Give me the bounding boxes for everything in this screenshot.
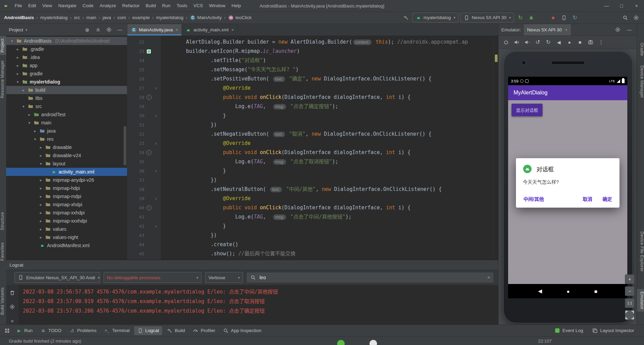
close-tab-icon[interactable]: × xyxy=(231,27,234,32)
stripe-favorites[interactable]: Favorites xyxy=(0,240,6,263)
tree-item-values[interactable]: ▸values xyxy=(6,225,127,233)
tree-right-arrow-icon[interactable]: ▸ xyxy=(15,47,20,51)
stripe-project[interactable]: Project xyxy=(0,36,6,55)
tree-item-drawable-v24[interactable]: ▸drawable-v24 xyxy=(6,151,127,160)
code-line-22[interactable]: 22 AlertDialog.Builder builder = new Ale… xyxy=(127,38,498,47)
tree-item-mipmap-xxxhdpi[interactable]: ▸mipmap-xxxhdpi xyxy=(6,217,127,225)
tree-item-drawable[interactable]: ▸drawable xyxy=(6,143,127,151)
code-line-28[interactable]: 28↑ public void onClick(DialogInterface … xyxy=(127,93,498,102)
rerun-icon[interactable]: ↻ xyxy=(516,13,525,22)
fold-marker-icon[interactable]: ∨ xyxy=(153,139,159,148)
tree-right-arrow-icon[interactable]: ▸ xyxy=(38,186,43,191)
toolwindow-button-profiler[interactable]: Profiler xyxy=(189,326,218,335)
log-line[interactable]: 2022-03-08 23:56:57.857 4576-4576/com.ex… xyxy=(23,287,498,297)
code-line-33[interactable]: 33∨ @Override xyxy=(127,139,498,148)
locate-icon[interactable]: ⊕ xyxy=(83,25,92,34)
settings-icon[interactable] xyxy=(632,13,641,22)
tree-down-arrow-icon[interactable]: ▾ xyxy=(33,137,37,141)
code-line-43[interactable]: 43 }) xyxy=(127,231,498,240)
tree-item-app[interactable]: ▸app xyxy=(6,61,127,70)
menu-help[interactable]: Help xyxy=(229,0,244,12)
device-icon[interactable] xyxy=(560,13,568,22)
toolwindow-button-run[interactable]: ▶Run xyxy=(13,326,36,335)
zoom-out-button[interactable]: − xyxy=(625,286,634,296)
toolwindow-button-logcat[interactable]: Logcat xyxy=(134,326,162,335)
menu-window[interactable]: Window xyxy=(206,0,229,12)
overview-icon[interactable]: ■ xyxy=(575,38,585,47)
menu-view[interactable]: View xyxy=(39,0,55,12)
back-icon[interactable]: ◀ xyxy=(554,38,564,47)
tree-right-arrow-icon[interactable]: ▸ xyxy=(38,202,43,207)
tree-right-arrow-icon[interactable]: ▸ xyxy=(38,211,43,215)
power-icon[interactable] xyxy=(501,38,511,47)
volume-down-icon[interactable] xyxy=(522,38,532,47)
tree-item-activity-main-xml[interactable]: activity_main.xml xyxy=(6,168,127,176)
tree-right-arrow-icon[interactable]: ▸ xyxy=(15,72,20,76)
warning-stripe-mark[interactable] xyxy=(495,55,498,62)
tree-item-androidmanifest-xml[interactable]: AndroidManifest.xml xyxy=(6,241,127,250)
tree-right-arrow-icon[interactable]: ▸ xyxy=(33,129,37,133)
code-line-29[interactable]: 29 Log.e(TAG, msg: "点击了确定按钮"); xyxy=(127,102,498,111)
code-line-40[interactable]: 40↑ public void onClick(DialogInterface … xyxy=(127,203,498,212)
code-line-24[interactable]: 24 .setTitle("对话框") xyxy=(127,56,498,65)
override-gutter-icon[interactable]: ↑ xyxy=(144,148,153,157)
tree-right-arrow-icon[interactable]: ▸ xyxy=(38,235,43,240)
breadcrumb-androidbasis[interactable]: AndroidBasis xyxy=(3,15,35,20)
tab-activity-main-xml[interactable]: activity_main.xml× xyxy=(182,24,237,35)
rotate-right-icon[interactable]: ↻ xyxy=(544,38,553,47)
menu-analyze[interactable]: Analyze xyxy=(97,0,119,12)
stripe-resource-manager[interactable]: Resource Manager xyxy=(0,58,6,101)
run-configuration-dropdown[interactable]: myalertdialog ▾ xyxy=(412,13,458,22)
menu-run[interactable]: Run xyxy=(159,0,174,12)
stop-icon[interactable]: ■ xyxy=(549,13,557,22)
zoom-in-button[interactable]: + xyxy=(625,274,634,284)
menu-code[interactable]: Code xyxy=(79,0,96,12)
stripe-build-variants[interactable]: Build Variants xyxy=(0,285,6,317)
tree-item-gradle[interactable]: ▸gradle xyxy=(6,70,127,78)
hammer-icon[interactable] xyxy=(402,13,410,22)
screenshot-icon[interactable] xyxy=(586,38,595,47)
tree-right-arrow-icon[interactable]: ▸ xyxy=(38,219,43,223)
breadcrumb-java[interactable]: java xyxy=(102,15,112,20)
tree-item-mipmap-xhdpi[interactable]: ▸mipmap-xhdpi xyxy=(6,200,127,209)
tree-item-androidtest[interactable]: ▸androidTest xyxy=(6,110,127,119)
menu-file[interactable]: File xyxy=(12,0,25,12)
tree-item-myalertdialog[interactable]: ▾myalertdialog xyxy=(6,78,127,86)
settings-icon[interactable] xyxy=(105,25,113,34)
dialog-neutral-button[interactable]: 中间/其他 xyxy=(523,194,545,204)
toolwindow-switcher-icon[interactable] xyxy=(3,326,12,335)
menu-build[interactable]: Build xyxy=(143,0,159,12)
tree-down-arrow-icon[interactable]: ▾ xyxy=(21,104,26,109)
breadcrumb-src[interactable]: src xyxy=(73,15,81,20)
tree-right-arrow-icon[interactable]: ▸ xyxy=(38,145,43,150)
tree-right-arrow-icon[interactable]: ▸ xyxy=(38,153,43,158)
zoom-fit-button[interactable] xyxy=(625,310,634,320)
log-line[interactable]: 2022-03-08 23:57:03.206 4576-4576/com.ex… xyxy=(23,306,498,316)
menu-navigate[interactable]: Navigate xyxy=(55,0,79,12)
code-line-26[interactable]: 26 .setPositiveButton( text: "确定", new D… xyxy=(127,74,498,84)
window-maximize-button[interactable]: □ xyxy=(614,0,629,12)
nav-overview-button[interactable]: ■ xyxy=(594,288,597,294)
hide-icon[interactable]: — xyxy=(115,25,124,34)
tree-item-layout[interactable]: ▾layout xyxy=(6,160,127,168)
tree-item-main[interactable]: ▾main xyxy=(6,119,127,127)
breadcrumb-myalertdialog[interactable]: myalertdialog xyxy=(40,15,68,20)
volume-up-icon[interactable] xyxy=(512,38,521,47)
emulator-settings-icon[interactable] xyxy=(613,25,622,34)
fold-marker-icon[interactable]: ∨ xyxy=(153,194,159,203)
tree-item-libs[interactable]: libs xyxy=(6,94,127,102)
menu-refactor[interactable]: Refactor xyxy=(119,0,143,12)
close-tab-icon[interactable]: × xyxy=(176,27,178,32)
zoom-reset-button[interactable]: 1:1 xyxy=(625,298,634,308)
menu-edit[interactable]: Edit xyxy=(25,0,39,12)
tree-item-mipmap-xxhdpi[interactable]: ▸mipmap-xxhdpi xyxy=(6,209,127,217)
stripe-emulator[interactable]: Emulator xyxy=(637,289,644,312)
tree-right-arrow-icon[interactable]: ▸ xyxy=(27,112,32,117)
tree-item-androidbasis[interactable]: ▾AndroidBasisD:\Android\Works\Android xyxy=(6,37,127,45)
breadcrumb-myalertdialog[interactable]: myalertdialog xyxy=(155,15,184,20)
dialog-negative-button[interactable]: 取消 xyxy=(582,194,593,204)
stripe-gradle[interactable]: Gradle xyxy=(637,40,644,58)
settings-icon[interactable] xyxy=(8,302,17,311)
breadcrumb-example[interactable]: example xyxy=(132,15,151,20)
emulator-device-tab[interactable]: Nexus 5X API 30 × xyxy=(524,24,571,35)
